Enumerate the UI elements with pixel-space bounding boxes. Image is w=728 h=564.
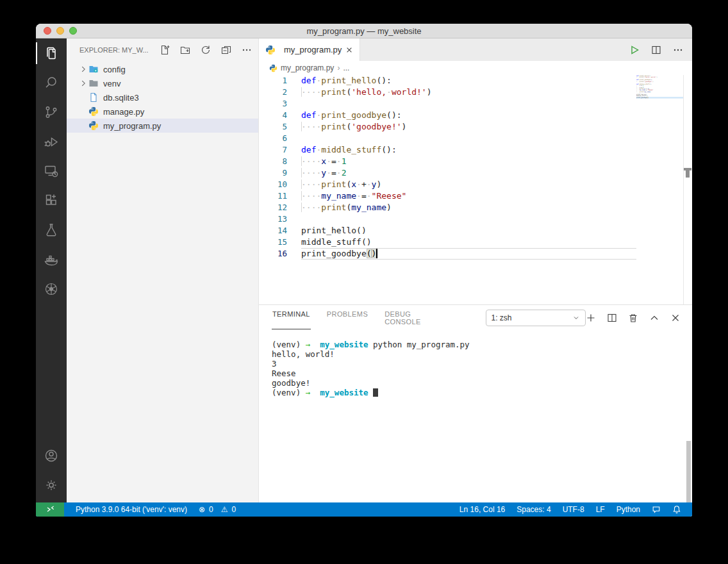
terminal-text: python my_program.py — [368, 340, 470, 349]
new-folder-button[interactable] — [180, 45, 190, 55]
code-line[interactable]: 5····print('goodbye!') — [259, 121, 636, 133]
panel-header: TERMINALPROBLEMSDEBUG CONSOLE 1: zsh — [259, 305, 692, 331]
activity-item-search[interactable] — [36, 68, 67, 97]
run-python-file-button[interactable] — [629, 45, 640, 55]
code-line[interactable]: 14print_hello() — [259, 225, 636, 236]
code-line[interactable]: 11····my_name·=·"Reese" — [259, 190, 636, 202]
code-line[interactable]: 2····print('hello,·world!') — [259, 87, 636, 98]
notifications-button[interactable] — [666, 502, 687, 517]
code-line[interactable]: 15middle_stuff() — [259, 236, 636, 248]
activity-item-run-debug[interactable] — [36, 127, 67, 156]
remote-indicator[interactable] — [36, 502, 64, 517]
line-number[interactable]: 6 — [259, 133, 293, 144]
scrollbar-marker[interactable] — [684, 168, 691, 178]
activity-item-explorer[interactable] — [36, 38, 67, 68]
minimap[interactable]: def·print_hello():····print('hello,·worl… — [636, 75, 683, 203]
tree-item-config[interactable]: config — [67, 62, 258, 76]
panel-tab-problems[interactable]: PROBLEMS — [326, 306, 368, 329]
code-editor[interactable]: 1def·print_hello():2····print('hello,·wo… — [259, 75, 692, 304]
code-line[interactable]: 1def·print_hello(): — [259, 75, 636, 87]
code-token: print — [321, 203, 346, 212]
collapse-folders-button[interactable] — [221, 45, 231, 55]
indentation-status[interactable]: Spaces: 4 — [511, 502, 556, 517]
new-file-button[interactable] — [160, 45, 170, 55]
activity-item-extensions[interactable] — [36, 186, 67, 215]
code-token: · — [336, 156, 342, 166]
close-tab-icon[interactable] — [345, 46, 353, 54]
line-number[interactable]: 15 — [259, 236, 293, 248]
tree-item-my_program-py[interactable]: my_program.py — [67, 119, 258, 133]
line-number[interactable]: 13 — [259, 213, 293, 225]
tree-item-manage-py[interactable]: manage.py — [67, 104, 258, 119]
problems-status[interactable]: ⊗0 ⚠0 — [193, 502, 243, 517]
code-line[interactable]: 9····y·=·2 — [259, 167, 636, 179]
line-number[interactable]: 2 — [259, 87, 293, 98]
code-line[interactable]: 8····x·=·1 — [259, 156, 636, 167]
breadcrumb-file[interactable]: my_program.py — [281, 63, 334, 72]
code-token: ) — [376, 179, 381, 189]
tab-my_program[interactable]: my_program.py — [259, 38, 360, 61]
split-terminal-button[interactable] — [607, 313, 617, 323]
new-terminal-button[interactable] — [586, 313, 596, 323]
new-file-icon — [160, 45, 170, 55]
panel-tab-terminal[interactable]: TERMINAL — [272, 306, 311, 329]
code-token: middle_stuff — [321, 145, 381, 154]
activity-item-remote-explorer[interactable] — [36, 156, 67, 186]
line-number[interactable]: 16 — [259, 248, 293, 260]
panel-tab-debug-console[interactable]: DEBUG CONSOLE — [384, 306, 445, 329]
activity-item-account[interactable] — [36, 441, 67, 470]
code-line[interactable]: 3 — [259, 98, 636, 110]
close-panel-button[interactable] — [670, 313, 681, 323]
line-number[interactable]: 8 — [259, 156, 293, 167]
encoding-status[interactable]: UTF-8 — [557, 502, 590, 517]
eol-status[interactable]: LF — [590, 502, 611, 517]
line-number[interactable]: 5 — [259, 121, 293, 133]
line-number[interactable]: 14 — [259, 225, 293, 236]
activity-item-kubernetes[interactable] — [36, 274, 67, 304]
line-number[interactable]: 10 — [259, 179, 293, 190]
terminal-shell-select[interactable]: 1: zsh — [486, 310, 586, 326]
activity-item-docker[interactable] — [36, 245, 67, 274]
tree-item-db-sqlite3[interactable]: db.sqlite3 — [67, 90, 258, 104]
code-line[interactable]: 16print_goodbye() — [259, 248, 636, 260]
split-editor-button[interactable] — [651, 45, 661, 55]
activity-item-source-control[interactable] — [36, 97, 67, 127]
terminal[interactable]: (venv) → my_website python my_program.py… — [259, 331, 692, 502]
code-line[interactable]: 6 — [259, 133, 636, 144]
more-actions-button[interactable] — [673, 45, 683, 55]
terminal-text: my_website — [320, 340, 368, 349]
line-number[interactable]: 1 — [259, 75, 293, 87]
code-line[interactable]: 12····print(my_name) — [259, 202, 636, 213]
line-number[interactable]: 12 — [259, 202, 293, 213]
language-status[interactable]: Python — [611, 502, 646, 517]
code-token: def — [301, 145, 316, 154]
kill-terminal-icon — [628, 313, 638, 323]
status-bar: Python 3.9.0 64-bit ('venv': venv) ⊗0 ⚠0… — [36, 502, 692, 517]
terminal-scrollbar[interactable] — [686, 441, 691, 502]
python-interpreter-status[interactable]: Python 3.9.0 64-bit ('venv': venv) — [64, 502, 193, 517]
warning-icon: ⚠ — [221, 505, 228, 514]
activity-item-testing[interactable] — [36, 215, 67, 245]
tree-item-venv[interactable]: venv — [67, 76, 258, 90]
refresh-explorer-button[interactable] — [201, 45, 211, 55]
cursor-position-status[interactable]: Ln 16, Col 16 — [454, 502, 511, 517]
code-line-content: def·print_goodbye(): — [301, 110, 636, 121]
line-number[interactable]: 9 — [259, 167, 293, 179]
code-line[interactable]: 7def·middle_stuff(): — [259, 144, 636, 156]
more-actions-button[interactable] — [242, 45, 252, 55]
line-number[interactable]: 11 — [259, 190, 293, 202]
line-number[interactable]: 4 — [259, 110, 293, 121]
activity-item-settings[interactable] — [36, 470, 67, 500]
line-number[interactable]: 3 — [259, 98, 293, 110]
code-line[interactable]: 4def·print_goodbye(): — [259, 110, 636, 121]
line-number[interactable]: 7 — [259, 144, 293, 156]
search-icon — [44, 75, 59, 90]
maximize-panel-button[interactable] — [649, 313, 659, 323]
title-bar[interactable]: my_program.py — my_website — [36, 24, 692, 38]
code-line[interactable]: 13 — [259, 213, 636, 225]
kill-terminal-button[interactable] — [628, 313, 638, 323]
code-line[interactable]: 10····print(x·+·y) — [259, 179, 636, 190]
code-token: ) — [372, 249, 377, 258]
feedback-button[interactable] — [646, 502, 666, 517]
breadcrumb-symbol[interactable]: ... — [343, 63, 349, 72]
